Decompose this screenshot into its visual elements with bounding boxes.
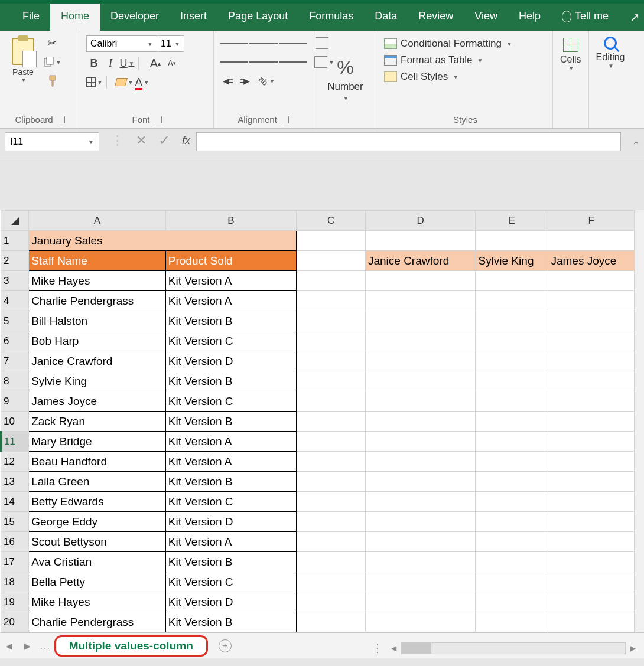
sheet-tab-active[interactable]: Multiple values-column (54, 635, 208, 657)
copy-button[interactable]: ▼ (44, 54, 61, 70)
chevron-down-icon[interactable]: ▼ (597, 63, 625, 69)
cell[interactable] (365, 311, 476, 331)
row-header[interactable]: 19 (1, 592, 29, 612)
dialog-launcher-icon[interactable] (282, 116, 289, 123)
sheet-nav-next[interactable]: ▶ (18, 641, 37, 651)
cell-styles-button[interactable]: Cell Styles ▼ (384, 71, 458, 83)
cell-header-product[interactable]: Product Sold (165, 251, 296, 271)
cell[interactable] (548, 572, 635, 592)
cell[interactable] (548, 512, 635, 532)
cell[interactable] (476, 311, 548, 331)
decrease-indent-button[interactable]: ◀≡ (220, 73, 235, 89)
cell[interactable]: Kit Version B (165, 311, 296, 331)
row-header[interactable]: 11 (1, 432, 29, 452)
cell[interactable] (297, 331, 366, 351)
tab-help[interactable]: Help (508, 4, 551, 31)
cell[interactable] (297, 612, 366, 632)
italic-button[interactable]: I (103, 56, 118, 71)
cell[interactable] (476, 271, 548, 291)
fill-color-button[interactable]: ▼ (116, 74, 134, 90)
cell[interactable] (365, 592, 476, 612)
tell-me-search[interactable]: Tell me (551, 4, 619, 31)
cell[interactable] (297, 371, 366, 391)
cell[interactable] (365, 572, 476, 592)
cell[interactable] (297, 452, 366, 472)
cell[interactable] (476, 532, 548, 552)
align-middle-button[interactable] (249, 35, 278, 51)
cell[interactable]: Kit Version C (165, 572, 296, 592)
cell[interactable] (476, 492, 548, 512)
cell[interactable]: Zack Ryan (29, 412, 166, 432)
cell[interactable] (297, 271, 366, 291)
cell[interactable] (476, 291, 548, 311)
cell[interactable] (297, 492, 366, 512)
cell[interactable]: Scout Bettyson (29, 532, 166, 552)
row-header[interactable]: 1 (1, 231, 29, 251)
cell[interactable] (548, 472, 635, 492)
bold-button[interactable]: B (86, 56, 102, 71)
tab-review[interactable]: Review (408, 4, 464, 31)
cell[interactable]: Bill Halston (29, 311, 166, 331)
row-header[interactable]: 18 (1, 572, 29, 592)
col-header-c[interactable]: C (297, 211, 366, 231)
row-header[interactable]: 6 (1, 331, 29, 351)
cell[interactable] (476, 572, 548, 592)
cell[interactable]: Kit Version C (165, 492, 296, 512)
cell[interactable]: Kit Version C (165, 391, 296, 412)
cancel-formula-button[interactable]: ✕ (136, 133, 147, 148)
cell[interactable]: Charlie Pendergrass (29, 291, 166, 311)
tab-developer[interactable]: Developer (100, 4, 170, 31)
tab-formulas[interactable]: Formulas (298, 4, 364, 31)
cell[interactable] (476, 452, 548, 472)
cell[interactable]: Mike Hayes (29, 271, 166, 291)
cell[interactable]: Kit Version A (165, 532, 296, 552)
row-header[interactable]: 2 (1, 251, 29, 271)
chevron-down-icon[interactable]: ▼ (343, 95, 349, 102)
cell[interactable] (297, 391, 366, 412)
cell[interactable] (365, 512, 476, 532)
cell[interactable] (548, 311, 635, 331)
cell[interactable] (476, 472, 548, 492)
row-header[interactable]: 16 (1, 532, 29, 552)
col-header-f[interactable]: F (548, 211, 635, 231)
row-header[interactable]: 5 (1, 311, 29, 331)
cell[interactable] (476, 331, 548, 351)
col-header-a[interactable]: A (29, 211, 166, 231)
paste-button[interactable]: Paste ▼ (6, 35, 40, 83)
cell[interactable]: Kit Version A (165, 291, 296, 311)
cell[interactable]: Kit Version B (165, 472, 296, 492)
font-color-button[interactable]: A▼ (135, 74, 150, 90)
editing-button[interactable]: Editing (596, 52, 625, 63)
increase-indent-button[interactable]: ≡▶ (236, 73, 252, 89)
cell[interactable]: Kit Version C (165, 331, 296, 351)
row-header[interactable]: 15 (1, 512, 29, 532)
cell[interactable]: James Joyce (29, 391, 166, 412)
cell[interactable] (548, 231, 635, 251)
cell[interactable] (365, 351, 476, 371)
tab-view[interactable]: View (464, 4, 508, 31)
cell[interactable] (548, 391, 635, 412)
cell[interactable] (476, 412, 548, 432)
tab-share[interactable]: ↗ (619, 4, 644, 31)
sheet-nav-dots[interactable]: ... (37, 641, 54, 651)
col-header-b[interactable]: B (165, 211, 296, 231)
cell[interactable] (297, 512, 366, 532)
cell-header-staff[interactable]: Staff Name (29, 251, 166, 271)
percent-button[interactable]: % (337, 57, 353, 79)
underline-button[interactable]: U▼ (119, 56, 135, 71)
cell[interactable] (365, 552, 476, 572)
cell[interactable]: Betty Edwards (29, 492, 166, 512)
cell[interactable] (297, 412, 366, 432)
cell[interactable]: Bob Harp (29, 331, 166, 351)
cell[interactable]: Kit Version B (165, 371, 296, 391)
cell[interactable] (476, 612, 548, 632)
cell[interactable]: Kit Version A (165, 271, 296, 291)
cell-lookup-d[interactable]: Janice Crawford (365, 251, 476, 271)
row-header[interactable]: 20 (1, 612, 29, 632)
row-header[interactable]: 3 (1, 271, 29, 291)
cell[interactable] (365, 391, 476, 412)
cell[interactable] (297, 251, 366, 271)
cell[interactable] (548, 331, 635, 351)
cell[interactable] (476, 231, 548, 251)
cell[interactable] (365, 492, 476, 512)
